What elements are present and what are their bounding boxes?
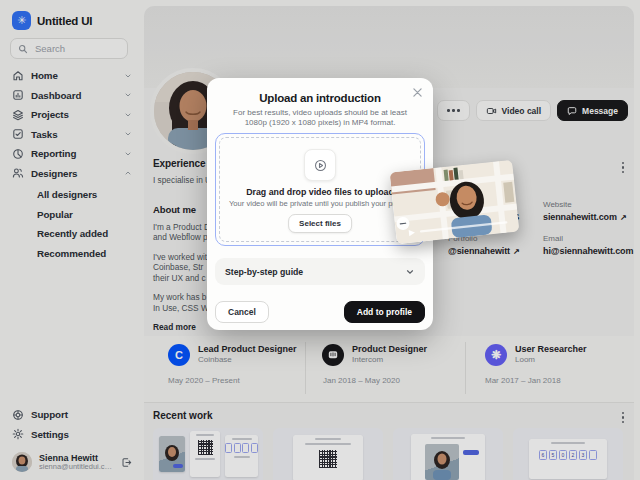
modal-subtitle: For best results, video uploads should b… [227, 108, 413, 128]
play-circle-icon [304, 149, 336, 181]
cancel-button[interactable]: Cancel [215, 301, 269, 323]
step-by-step-accordion[interactable]: Step-by-step guide [215, 258, 425, 285]
select-files-button[interactable]: Select files [288, 214, 352, 233]
modal-title: Upload an introduction [207, 92, 433, 104]
chevron-down-icon [405, 267, 415, 277]
uploaded-video-thumbnail[interactable] [390, 160, 520, 244]
add-to-profile-button[interactable]: Add to profile [344, 301, 425, 323]
app-window: ✳ Untitled UI Home Dashboard Projects [0, 0, 640, 480]
